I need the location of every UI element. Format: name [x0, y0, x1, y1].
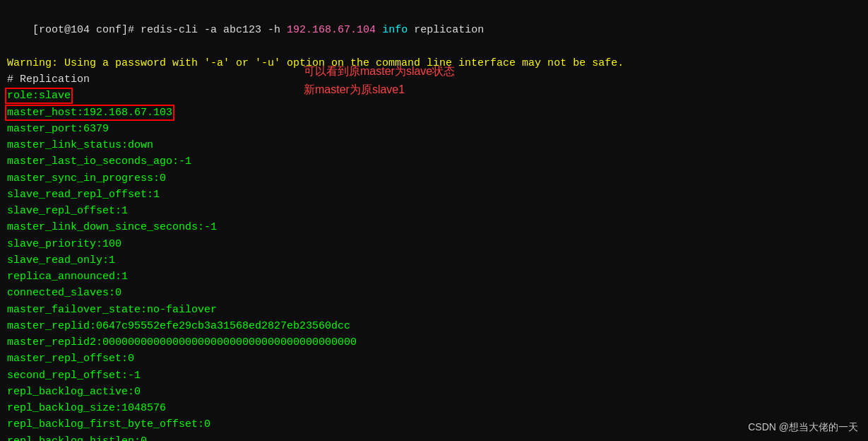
cmd-info: info	[382, 24, 408, 36]
line-repl-backlog-active: repl_backlog_active:0	[7, 384, 861, 400]
line-master-port: master_port:6379	[7, 121, 861, 137]
cmd-redis-cli: redis-cli -a abc123 -h	[141, 24, 287, 36]
line-replica-announced: replica_announced:1	[7, 269, 861, 285]
line-connected-slaves: connected_slaves:0	[7, 285, 861, 301]
annotation-line1: 可以看到原master为slave状态	[304, 62, 455, 81]
annotation-line2: 新master为原slave1	[304, 81, 455, 99]
cmd-replication: replication	[408, 24, 484, 36]
line-repl-backlog-size: repl_backlog_size:1048576	[7, 400, 861, 416]
line-master-host: master_host:192.168.67.103	[7, 105, 861, 121]
line-master-link-down: master_link_down_since_seconds:-1	[7, 219, 861, 235]
master-host-value: master_host:192.168.67.103	[7, 107, 172, 119]
line-master-failover: master_failover_state:no-failover	[7, 302, 861, 318]
line-master-replid: master_replid:0647c95552efe29cb3a31568ed…	[7, 318, 861, 334]
line-master-link-status: master_link_status:down	[7, 137, 861, 153]
line-slave-priority: slave_priority:100	[7, 236, 861, 252]
line-master-last-io: master_last_io_seconds_ago:-1	[7, 153, 861, 170]
line-slave-read-only: slave_read_only:1	[7, 252, 861, 269]
line-slave-read-repl: slave_read_repl_offset:1	[7, 187, 861, 203]
line-master-repl-offset: master_repl_offset:0	[7, 351, 861, 367]
watermark: CSDN @想当大佬的一天	[748, 421, 858, 434]
line-slave-repl-offset: slave_repl_offset:1	[7, 203, 861, 219]
command-line: [root@104 conf]# redis-cli -a abc123 -h …	[7, 6, 861, 55]
line-repl-backlog-first: repl_backlog_first_byte_offset:0	[7, 416, 861, 433]
cmd-space	[376, 24, 382, 36]
line-master-sync: master_sync_in_progress:0	[7, 170, 861, 187]
cmd-host: 192.168.67.104	[287, 24, 376, 36]
line-repl-backlog-histlen: repl_backlog_histlen:0	[7, 433, 861, 442]
line-master-replid2: master_replid2:0000000000000000000000000…	[7, 334, 861, 351]
line-second-repl-offset: second_repl_offset:-1	[7, 368, 861, 384]
annotation: 可以看到原master为slave状态 新master为原slave1	[304, 62, 455, 98]
prompt: [root@104 conf]#	[32, 24, 141, 36]
role-value: role:slave	[7, 90, 71, 102]
